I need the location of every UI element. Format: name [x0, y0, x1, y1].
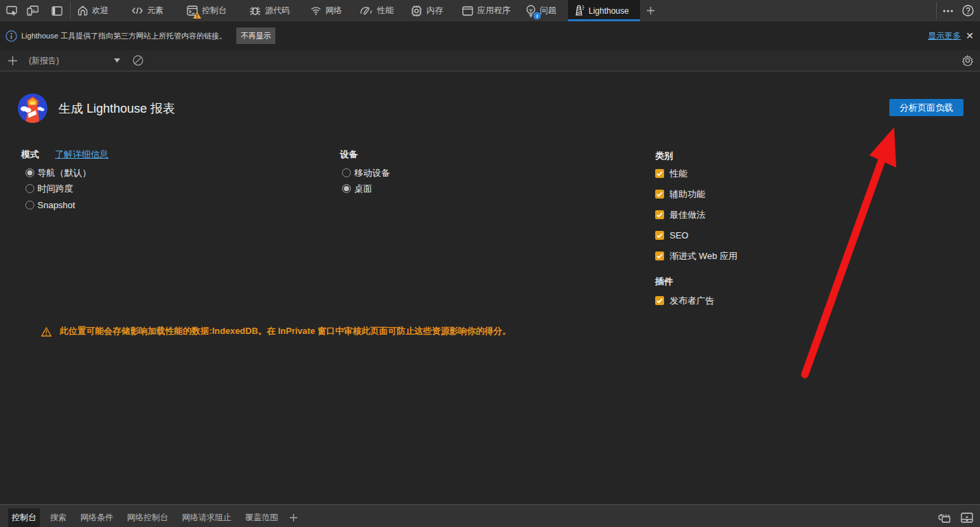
svg-text:i: i	[536, 13, 538, 19]
